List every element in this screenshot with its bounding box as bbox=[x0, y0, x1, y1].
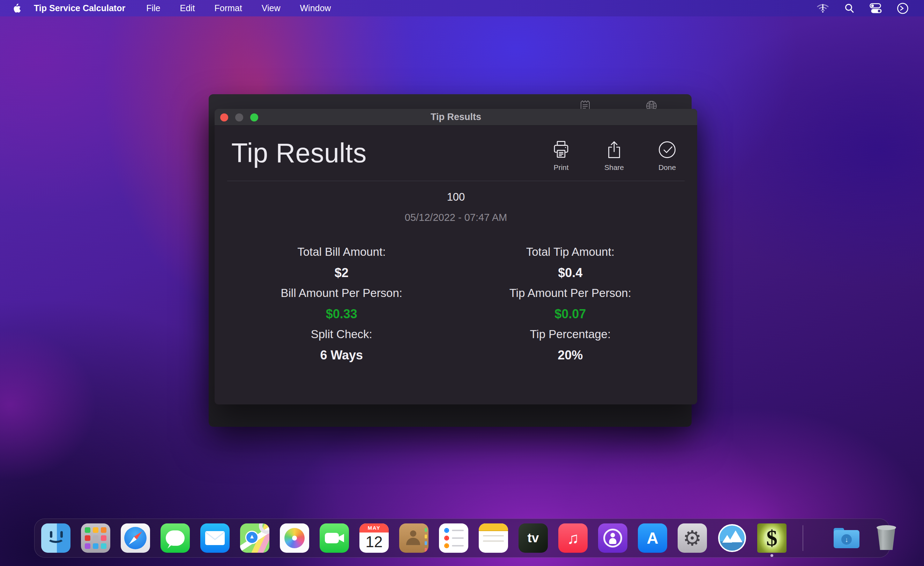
dock-podcasts-icon[interactable] bbox=[598, 523, 627, 553]
menu-view[interactable]: View bbox=[262, 3, 280, 13]
dock-facetime-icon[interactable] bbox=[320, 523, 349, 553]
tip-percentage-value: 20% bbox=[456, 348, 685, 363]
dollar-glyph: $ bbox=[766, 527, 777, 549]
dock-photos-icon[interactable] bbox=[280, 523, 309, 553]
dock-safari-icon[interactable] bbox=[121, 523, 150, 553]
dock-reminders-icon[interactable] bbox=[439, 523, 468, 553]
dock-app-store-icon[interactable]: A bbox=[638, 523, 667, 553]
menu-file[interactable]: File bbox=[146, 3, 160, 13]
tip-per-person-label: Tip Amount Per Person: bbox=[456, 286, 685, 300]
tip-results-column: Total Tip Amount: $0.4 Tip Amount Per Pe… bbox=[456, 245, 685, 368]
total-tip-value: $0.4 bbox=[456, 265, 685, 281]
share-button[interactable]: Share bbox=[597, 140, 631, 172]
share-icon bbox=[604, 140, 624, 160]
split-check-label: Split Check: bbox=[227, 327, 456, 341]
control-center-icon[interactable] bbox=[870, 3, 882, 14]
results-grid: Total Bill Amount: $2 Bill Amount Per Pe… bbox=[227, 245, 685, 368]
music-note-glyph: ♫ bbox=[567, 528, 579, 548]
desktop: Tip Service Calculator File Edit Format … bbox=[0, 0, 924, 566]
dock-launchpad-icon[interactable] bbox=[81, 523, 110, 553]
dock-downloads-folder-icon[interactable]: ↓ bbox=[832, 523, 861, 553]
search-icon[interactable] bbox=[844, 3, 855, 14]
traffic-lights bbox=[220, 113, 258, 122]
calendar-day: 12 bbox=[359, 533, 389, 551]
tv-glyph: tv bbox=[528, 531, 539, 545]
photos-flower bbox=[284, 528, 304, 548]
print-icon bbox=[551, 140, 571, 160]
total-tip-label: Total Tip Amount: bbox=[456, 245, 685, 259]
page-title: Tip Results bbox=[231, 138, 367, 168]
gear-glyph: ⚙ bbox=[683, 526, 702, 550]
timestamp: 05/12/2022 - 07:47 AM bbox=[227, 212, 685, 223]
dock-mail-icon[interactable] bbox=[200, 523, 230, 553]
bill-per-person-label: Bill Amount Per Person: bbox=[227, 286, 456, 300]
tip-results-window: Tip Results Tip Results bbox=[214, 109, 697, 404]
total-bill-label: Total Bill Amount: bbox=[227, 245, 456, 259]
print-label: Print bbox=[554, 163, 568, 172]
maps-navigation-arrow bbox=[245, 531, 259, 544]
contact-tabs bbox=[424, 528, 427, 552]
menu-items: File Edit Format View Window bbox=[146, 3, 331, 13]
dock: MAY 12 tv ♫ A ⚙ $ ↓ bbox=[34, 518, 890, 558]
video-camera bbox=[325, 533, 339, 543]
share-label: Share bbox=[604, 163, 624, 172]
finder-smile bbox=[47, 533, 64, 543]
clock-icon[interactable] bbox=[897, 3, 909, 14]
dock-system-preferences-icon[interactable]: ⚙ bbox=[678, 523, 707, 553]
bill-results-column: Total Bill Amount: $2 Bill Amount Per Pe… bbox=[227, 245, 456, 368]
dock-music-icon[interactable]: ♫ bbox=[558, 523, 588, 553]
podcasts-figure bbox=[603, 528, 622, 548]
dock-separator bbox=[802, 525, 803, 551]
app-store-glyph: A bbox=[646, 528, 658, 548]
dock-notes-icon[interactable] bbox=[479, 523, 508, 553]
running-indicator bbox=[771, 554, 773, 557]
check-number: 100 bbox=[227, 191, 685, 203]
tip-percentage-label: Tip Percentage: bbox=[456, 327, 685, 341]
envelope bbox=[205, 531, 225, 545]
dock-trash-icon[interactable] bbox=[872, 523, 901, 553]
action-buttons: Print Share bbox=[544, 140, 684, 172]
done-icon bbox=[657, 140, 677, 160]
dock-tip-service-calculator-icon[interactable]: $ bbox=[757, 523, 786, 553]
menu-status-area bbox=[816, 3, 909, 14]
download-arrow-icon: ↓ bbox=[841, 534, 852, 545]
print-button[interactable]: Print bbox=[544, 140, 578, 172]
close-button[interactable] bbox=[220, 113, 228, 122]
menu-bar: Tip Service Calculator File Edit Format … bbox=[0, 0, 924, 17]
wifi-warning-icon[interactable] bbox=[816, 3, 829, 14]
dock-finder-icon[interactable] bbox=[41, 523, 70, 553]
title-bar[interactable]: Tip Results bbox=[214, 109, 697, 126]
sheet-content: Tip Results Print bbox=[214, 138, 697, 368]
bill-per-person-value: $0.33 bbox=[227, 306, 456, 322]
safari-compass bbox=[124, 527, 147, 549]
menu-app-name[interactable]: Tip Service Calculator bbox=[34, 3, 125, 13]
dock-messages-icon[interactable] bbox=[160, 523, 190, 553]
speech-bubble bbox=[166, 530, 184, 546]
trash-rim bbox=[876, 525, 896, 530]
dock-maps-icon[interactable] bbox=[240, 523, 269, 553]
header-divider bbox=[227, 181, 685, 181]
mountain-circle bbox=[718, 524, 746, 552]
menu-window[interactable]: Window bbox=[300, 3, 331, 13]
dock-calendar-icon[interactable]: MAY 12 bbox=[359, 523, 389, 553]
minimize-button[interactable] bbox=[235, 113, 243, 122]
apple-menu-icon[interactable] bbox=[12, 3, 21, 14]
done-button[interactable]: Done bbox=[650, 140, 684, 172]
dock-app-cleaner-icon[interactable] bbox=[717, 523, 747, 553]
done-label: Done bbox=[658, 163, 676, 172]
calendar-month: MAY bbox=[359, 523, 389, 533]
menu-format[interactable]: Format bbox=[214, 3, 242, 13]
dock-apple-tv-icon[interactable]: tv bbox=[519, 523, 548, 553]
total-bill-value: $2 bbox=[227, 265, 456, 281]
menu-edit[interactable]: Edit bbox=[180, 3, 195, 13]
split-check-value: 6 Ways bbox=[227, 348, 456, 363]
person-silhouette bbox=[406, 530, 420, 545]
tip-per-person-value: $0.07 bbox=[456, 306, 685, 322]
sheet-header: Tip Results Print bbox=[227, 138, 685, 172]
trash-cup bbox=[876, 527, 896, 550]
window-title: Tip Results bbox=[430, 112, 481, 123]
dock-contacts-icon[interactable] bbox=[399, 523, 429, 553]
zoom-button[interactable] bbox=[250, 113, 258, 122]
